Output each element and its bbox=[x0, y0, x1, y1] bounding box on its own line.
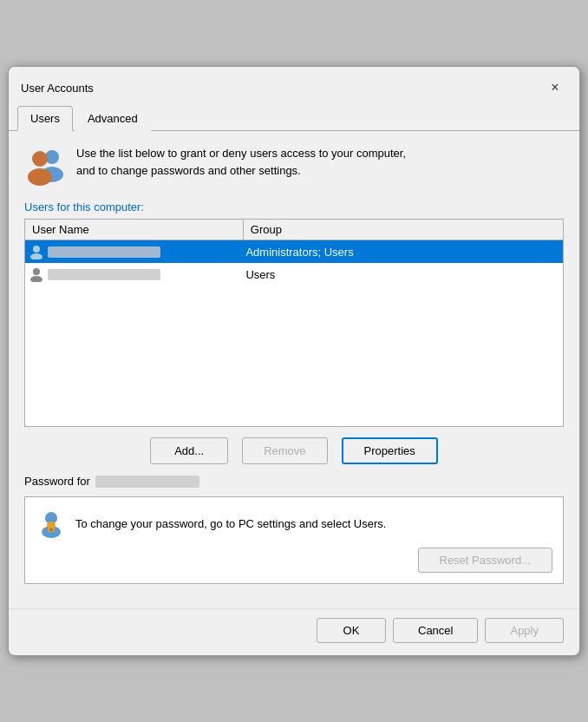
bottom-buttons-row: OK Cancel Apply bbox=[9, 608, 579, 655]
dialog-title: User Accounts bbox=[21, 82, 94, 95]
password-section-wrapper: Password for To change your password, go… bbox=[24, 475, 564, 584]
add-button[interactable]: Add... bbox=[150, 437, 228, 464]
info-text: Use the list below to grant or deny user… bbox=[76, 145, 406, 179]
row-user-icon bbox=[29, 266, 44, 282]
table-row[interactable]: Administrators; Users bbox=[25, 240, 563, 263]
col-header-username: User Name bbox=[25, 220, 244, 240]
password-info-text: To change your password, go to PC settin… bbox=[75, 517, 386, 530]
password-label-row: Password for bbox=[24, 475, 564, 488]
users-table: User Name Group Administrators; Users bbox=[24, 219, 564, 427]
users-section-label: Users for this computer: bbox=[24, 200, 564, 213]
users-svg-icon bbox=[24, 145, 66, 187]
group-cell-row1: Administrators; Users bbox=[238, 241, 563, 263]
cancel-button[interactable]: Cancel bbox=[393, 618, 478, 643]
tabs-bar: Users Advanced bbox=[9, 105, 579, 131]
username-blurred-row2 bbox=[48, 269, 160, 280]
table-row[interactable]: Users bbox=[25, 263, 563, 286]
group-cell-row2: Users bbox=[238, 264, 563, 286]
reset-btn-row: Reset Password... bbox=[36, 548, 552, 573]
ok-button[interactable]: OK bbox=[317, 618, 386, 643]
remove-button[interactable]: Remove bbox=[242, 437, 327, 464]
tab-advanced[interactable]: Advanced bbox=[75, 106, 151, 131]
user-accounts-dialog: User Accounts × Users Advanced bbox=[8, 66, 580, 656]
row-user-icon bbox=[29, 244, 44, 259]
password-prefix: Password for bbox=[24, 475, 90, 488]
svg-point-5 bbox=[30, 253, 42, 259]
username-blurred-row1 bbox=[48, 246, 160, 258]
main-content: Use the list below to grant or deny user… bbox=[9, 131, 579, 605]
password-info-box: To change your password, go to PC settin… bbox=[36, 508, 552, 539]
action-buttons-row: Add... Remove Properties bbox=[24, 437, 564, 464]
info-box: Use the list below to grant or deny user… bbox=[24, 145, 564, 187]
properties-button[interactable]: Properties bbox=[342, 437, 438, 464]
tab-users[interactable]: Users bbox=[17, 106, 73, 131]
password-username-blurred bbox=[95, 476, 199, 488]
users-icon bbox=[24, 145, 66, 187]
col-header-group: Group bbox=[244, 220, 563, 240]
svg-point-6 bbox=[33, 268, 40, 275]
close-button[interactable]: × bbox=[543, 75, 567, 100]
svg-point-7 bbox=[30, 276, 42, 282]
svg-point-4 bbox=[33, 246, 40, 253]
password-icon bbox=[36, 508, 67, 539]
svg-point-3 bbox=[28, 168, 52, 186]
svg-point-2 bbox=[32, 151, 48, 167]
password-section: To change your password, go to PC settin… bbox=[24, 496, 564, 584]
title-bar: User Accounts × bbox=[9, 67, 579, 105]
reset-password-button[interactable]: Reset Password... bbox=[418, 548, 553, 573]
apply-button[interactable]: Apply bbox=[485, 618, 564, 643]
table-header: User Name Group bbox=[25, 220, 563, 240]
